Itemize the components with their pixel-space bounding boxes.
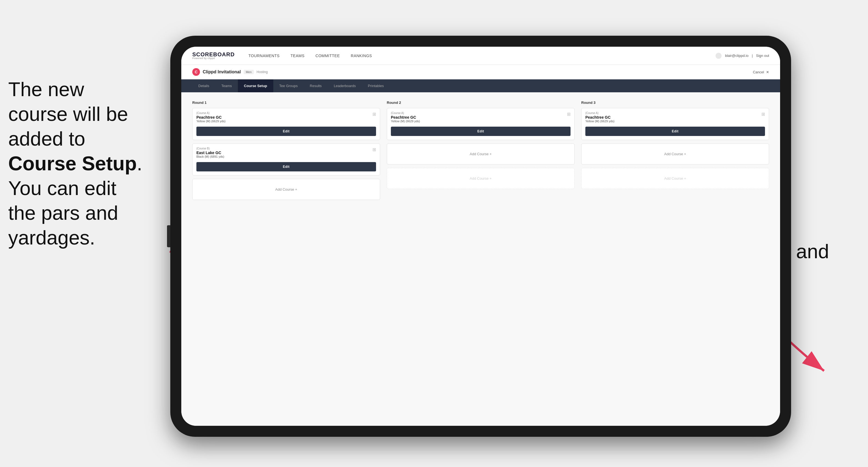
tournament-bar: C Clippd Invitational Men Hosting Cancel… (181, 65, 780, 80)
round-2-add-course-active-button[interactable]: Add Course + (387, 144, 575, 164)
side-button (167, 225, 170, 247)
round-1-course-b-info: (Course B) East Lake GC Black (M) (6891 … (196, 147, 224, 161)
round-2-column: Round 2 (Course A) Peachtree GC Yellow (… (387, 100, 575, 203)
round-3-add-course-inactive-button: Add Course + (581, 168, 769, 189)
cancel-x-icon: ✕ (766, 70, 769, 74)
annotation-left: The newcourse will beadded toCourse Setu… (8, 77, 167, 250)
rounds-grid: Round 1 (Course A) Peachtree GC Yellow (… (192, 100, 769, 203)
round-1-course-a-edit-button[interactable]: Edit (196, 127, 376, 136)
tab-printables[interactable]: Printables (362, 80, 390, 92)
round-3-course-a-card: (Course A) Peachtree GC Yellow (M) (6629… (581, 108, 769, 140)
round-3-column: Round 3 (Course A) Peachtree GC Yellow (… (581, 100, 769, 203)
round-2-add-course-active-text: Add Course + (470, 152, 492, 156)
nav-link-rankings[interactable]: RANKINGS (351, 54, 372, 58)
tab-tee-groups[interactable]: Tee Groups (273, 80, 304, 92)
top-nav: SCOREBOARD Powered by clippd TOURNAMENTS… (181, 47, 780, 65)
round-1-course-b-edit-button[interactable]: Edit (196, 162, 376, 172)
sub-tabs: Details Teams Course Setup Tee Groups Re… (181, 80, 780, 92)
round-2-course-a-card: (Course A) Peachtree GC Yellow (M) (6629… (387, 108, 575, 140)
tournament-info: C Clippd Invitational Men Hosting (192, 68, 268, 76)
tablet-frame: SCOREBOARD Powered by clippd TOURNAMENTS… (170, 36, 791, 437)
round-1-course-a-details: Yellow (M) (6629 yds) (196, 120, 225, 123)
round-3-course-a-name: Peachtree GC (585, 115, 615, 120)
nav-link-tournaments[interactable]: TOURNAMENTS (248, 54, 279, 58)
round-1-course-b-header: (Course B) East Lake GC Black (M) (6891 … (192, 144, 380, 162)
round-3-course-a-edit-button[interactable]: Edit (585, 127, 765, 136)
nav-link-committee[interactable]: COMMITTEE (316, 54, 340, 58)
round-2-course-a-name: Peachtree GC (391, 115, 420, 120)
round-1-course-a-label: (Course A) (196, 112, 225, 115)
tab-teams[interactable]: Teams (215, 80, 238, 92)
nav-links: TOURNAMENTS TEAMS COMMITTEE RANKINGS (248, 54, 702, 58)
round-2-add-course-inactive-button: Add Course + (387, 168, 575, 189)
tournament-status: Hosting (256, 70, 268, 74)
round-3-course-a-label: (Course A) (585, 112, 615, 115)
round-1-add-course-text: Add Course + (275, 187, 297, 191)
tournament-badge: Men (244, 70, 254, 74)
round-1-title: Round 1 (192, 100, 380, 105)
round-2-course-a-header: (Course A) Peachtree GC Yellow (M) (6629… (387, 108, 575, 127)
app-content: SCOREBOARD Powered by clippd TOURNAMENTS… (181, 47, 780, 426)
round-3-add-course-active-text: Add Course + (664, 152, 686, 156)
round-3-course-a-header: (Course A) Peachtree GC Yellow (M) (6629… (582, 108, 769, 127)
round-1-course-b-label: (Course B) (196, 147, 224, 150)
tournament-name: Clippd Invitational (203, 69, 241, 74)
round-3-course-a-action-icon[interactable]: ⊞ (762, 112, 765, 117)
round-2-course-a-label: (Course A) (391, 112, 420, 115)
tablet-screen: SCOREBOARD Powered by clippd TOURNAMENTS… (181, 47, 780, 426)
separator: | (752, 54, 753, 58)
annotation-left-text: The newcourse will beadded toCourse Setu… (8, 78, 142, 249)
round-2-course-a-details: Yellow (M) (6629 yds) (391, 120, 420, 123)
round-3-add-course-active-button[interactable]: Add Course + (581, 144, 769, 164)
logo-main: SCOREBOARD (192, 52, 235, 57)
tab-course-setup[interactable]: Course Setup (238, 80, 273, 92)
round-1-course-b-details: Black (M) (6891 yds) (196, 155, 224, 158)
round-1-add-course-button[interactable]: Add Course + (192, 179, 380, 200)
tab-details[interactable]: Details (192, 80, 215, 92)
scoreboard-logo: SCOREBOARD Powered by clippd (192, 52, 235, 60)
round-2-course-a-info: (Course A) Peachtree GC Yellow (M) (6629… (391, 112, 420, 126)
cancel-button[interactable]: Cancel ✕ (753, 70, 769, 74)
sign-out-link[interactable]: Sign out (756, 54, 769, 58)
tournament-logo: C (192, 68, 200, 76)
round-3-title: Round 3 (581, 100, 769, 105)
round-1-course-a-info: (Course A) Peachtree GC Yellow (M) (6629… (196, 112, 225, 126)
round-2-title: Round 2 (387, 100, 575, 105)
round-1-course-a-name: Peachtree GC (196, 115, 225, 120)
avatar (716, 53, 722, 59)
tab-leaderboards[interactable]: Leaderboards (328, 80, 362, 92)
round-2-add-course-inactive-text: Add Course + (470, 176, 492, 181)
round-2-course-a-edit-button[interactable]: Edit (391, 127, 570, 136)
nav-link-teams[interactable]: TEAMS (290, 54, 305, 58)
user-email: blair@clippd.io (725, 54, 748, 58)
round-1-course-a-action-icon[interactable]: ⊞ (372, 112, 376, 117)
main-content: Round 1 (Course A) Peachtree GC Yellow (… (181, 92, 780, 426)
round-1-course-a-header: (Course A) Peachtree GC Yellow (M) (6629… (192, 108, 380, 127)
round-3-course-a-details: Yellow (M) (6629 yds) (585, 120, 615, 123)
round-1-course-b-action-icon[interactable]: ⊞ (372, 147, 376, 152)
round-3-add-course-inactive-text: Add Course + (664, 176, 686, 181)
round-3-course-a-info: (Course A) Peachtree GC Yellow (M) (6629… (585, 112, 615, 126)
round-1-course-b-card: (Course B) East Lake GC Black (M) (6891 … (192, 144, 380, 176)
round-1-column: Round 1 (Course A) Peachtree GC Yellow (… (192, 100, 380, 203)
round-2-course-a-action-icon[interactable]: ⊞ (567, 112, 570, 117)
round-1-course-b-name: East Lake GC (196, 151, 224, 155)
round-1-course-a-card: (Course A) Peachtree GC Yellow (M) (6629… (192, 108, 380, 140)
logo-sub: Powered by clippd (192, 57, 235, 60)
tab-results[interactable]: Results (304, 80, 328, 92)
nav-user: blair@clippd.io | Sign out (716, 53, 769, 59)
